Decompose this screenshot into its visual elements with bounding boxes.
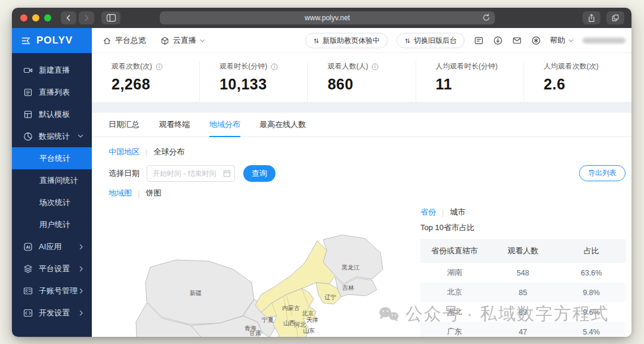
help-menu[interactable]: 帮助 bbox=[550, 35, 574, 46]
browser-window: www.polyv.net POLYV 平台总览 云直播 bbox=[12, 8, 631, 337]
download-button[interactable] bbox=[493, 36, 503, 46]
percent-cell: 9.6% bbox=[557, 308, 626, 317]
close-window-button[interactable] bbox=[20, 14, 27, 21]
address-bar[interactable]: www.polyv.net bbox=[160, 11, 495, 24]
svg-text:北京: 北京 bbox=[302, 310, 314, 317]
svg-text:黑龙江: 黑龙江 bbox=[342, 264, 360, 271]
template-icon bbox=[23, 110, 33, 119]
province-cell: 北京 bbox=[420, 287, 489, 297]
sidebar-item-default-template[interactable]: 默认模板 bbox=[12, 103, 92, 125]
sidebar-item-data-statistics[interactable]: 数据统计 bbox=[12, 125, 92, 147]
sidebar-item-label: 直播列表 bbox=[39, 87, 70, 98]
percent-cell: 5.4% bbox=[557, 328, 626, 336]
pie-view-link[interactable]: 饼图 bbox=[145, 188, 161, 199]
sidebar-item-label: 开发设置 bbox=[39, 308, 70, 318]
svg-text:新疆: 新疆 bbox=[190, 290, 202, 296]
chevron-right-icon bbox=[83, 14, 90, 21]
tabs-icon bbox=[611, 14, 620, 22]
info-icon[interactable] bbox=[371, 63, 379, 70]
forward-button[interactable] bbox=[79, 11, 94, 24]
stats-summary-card: 观看次数(次) 2,268 观看时长(分钟) 10,133 观看人数(人) 86… bbox=[92, 53, 631, 102]
menu-fold-icon[interactable] bbox=[21, 36, 31, 46]
swap-icon bbox=[313, 38, 320, 44]
sidebar-item-platform-settings[interactable]: 平台设置 bbox=[12, 258, 92, 280]
reload-icon bbox=[482, 13, 491, 22]
region-scope-toggle: 中国地区 | 全球分布 bbox=[109, 147, 184, 157]
chevron-right-icon bbox=[79, 310, 83, 316]
pill-label: 新版助教页体验中 bbox=[323, 36, 380, 46]
info-icon[interactable] bbox=[271, 63, 278, 70]
china-region-map[interactable]: 新疆 黑龙江 吉林 辽宁 内蒙古 北京 天津 山西 河北 山东 宁夏 青海 甘肃 bbox=[119, 230, 388, 337]
browser-titlebar: www.polyv.net bbox=[12, 8, 631, 28]
province-link[interactable]: 省份 bbox=[420, 207, 436, 218]
news-button[interactable] bbox=[473, 36, 484, 46]
sidebar-subitem-platform-stats[interactable]: 平台统计 bbox=[12, 147, 92, 169]
zoom-window-button[interactable] bbox=[44, 14, 51, 21]
nav-label: 云直播 bbox=[173, 35, 196, 46]
sidebar-item-dev-settings[interactable]: 开发设置 bbox=[12, 302, 92, 324]
china-region-link[interactable]: 中国地区 bbox=[109, 147, 140, 157]
global-distribution-link[interactable]: 全球分布 bbox=[153, 147, 184, 157]
stat-view-minutes: 观看时长(分钟) 10,133 bbox=[199, 61, 307, 102]
sidebar-item-live-list[interactable]: 直播列表 bbox=[12, 81, 92, 103]
sidebar-toggle-button[interactable] bbox=[101, 11, 120, 24]
layers-icon bbox=[23, 264, 33, 274]
sidebar-subitem-session-stats[interactable]: 场次统计 bbox=[12, 191, 92, 213]
polyv-logo: POLYV bbox=[36, 35, 73, 47]
nav-cloud-live[interactable]: 云直播 bbox=[160, 35, 205, 46]
sidebar-item-new-live[interactable]: 新建直播 bbox=[12, 59, 92, 81]
document-icon bbox=[474, 36, 484, 45]
date-range-input[interactable] bbox=[147, 165, 235, 182]
column-header: 占比 bbox=[557, 246, 626, 256]
tab-view-terminal[interactable]: 观看终端 bbox=[159, 113, 190, 136]
top10-title: Top 10省市占比 bbox=[420, 222, 475, 233]
code-icon bbox=[23, 308, 33, 318]
messages-button[interactable] bbox=[512, 36, 522, 46]
svg-text:内蒙古: 内蒙古 bbox=[282, 305, 300, 311]
city-link[interactable]: 城市 bbox=[450, 207, 465, 218]
sidebar-subitem-room-stats[interactable]: 直播间统计 bbox=[12, 169, 92, 191]
stat-label: 人均观看时长(分钟) bbox=[436, 61, 498, 72]
cube-icon bbox=[160, 36, 169, 45]
share-button[interactable] bbox=[583, 11, 600, 24]
stat-label: 观看时长(分钟) bbox=[219, 61, 267, 72]
stat-avg-views: 人均观看次数(次) 2.6 bbox=[524, 61, 631, 102]
chevron-left-icon bbox=[65, 14, 72, 21]
account-name-blurred[interactable] bbox=[583, 38, 626, 44]
sidebar-item-subaccount-management[interactable]: 子账号管理 bbox=[12, 280, 92, 302]
switch-old-admin-button[interactable]: 切换旧版后台 bbox=[397, 33, 465, 48]
count-cell: 83 bbox=[489, 308, 558, 317]
back-button[interactable] bbox=[61, 11, 76, 24]
nav-platform-overview[interactable]: 平台总览 bbox=[103, 35, 146, 46]
sidebar-item-label: 新建直播 bbox=[39, 65, 70, 76]
sidebar-item-label: 子账号管理 bbox=[39, 286, 78, 296]
date-filter-label: 选择日期 bbox=[109, 168, 140, 179]
stat-label: 人均观看次数(次) bbox=[544, 61, 599, 72]
reload-button[interactable] bbox=[482, 13, 491, 22]
divider: | bbox=[138, 189, 140, 198]
china-map-svg: 新疆 黑龙江 吉林 辽宁 内蒙古 北京 天津 山西 河北 山东 宁夏 青海 甘肃 bbox=[119, 230, 388, 337]
asterisk-circle-icon bbox=[531, 36, 541, 45]
table-row: 北京 85 9.8% bbox=[420, 283, 626, 302]
calendar-icon bbox=[223, 169, 231, 178]
tab-date-summary[interactable]: 日期汇总 bbox=[109, 113, 140, 136]
map-view-link[interactable]: 地域图 bbox=[109, 188, 132, 199]
home-icon bbox=[103, 36, 112, 45]
service-button[interactable] bbox=[531, 36, 541, 46]
tab-overview-button[interactable] bbox=[606, 11, 624, 24]
statistics-panel: 日期汇总 观看终端 地域分布 最高在线人数 中国地区 | 全球分布 选择日期 查… bbox=[92, 113, 631, 337]
sidebar-item-ai-apps[interactable]: AI AI应用 bbox=[12, 235, 92, 258]
query-button[interactable]: 查询 bbox=[243, 165, 275, 182]
tab-max-online[interactable]: 最高在线人数 bbox=[259, 113, 306, 136]
app-header: POLYV 平台总览 云直播 新版助教页体验中 切换旧版后台 bbox=[12, 28, 631, 53]
province-cell: 广东 bbox=[420, 327, 489, 337]
info-icon[interactable] bbox=[156, 63, 163, 70]
minimize-window-button[interactable] bbox=[32, 14, 39, 21]
province-city-toggle: 省份 | 城市 bbox=[420, 207, 465, 218]
export-list-button[interactable]: 导出列表 bbox=[579, 165, 626, 181]
tab-region-distribution[interactable]: 地域分布 bbox=[209, 113, 240, 137]
sidebar-subitem-user-stats[interactable]: 用户统计 bbox=[12, 213, 92, 235]
new-assistant-page-button[interactable]: 新版助教页体验中 bbox=[305, 33, 388, 48]
view-mode-toggle: 地域图 | 饼图 bbox=[109, 188, 161, 199]
pill-label: 切换旧版后台 bbox=[414, 36, 457, 46]
